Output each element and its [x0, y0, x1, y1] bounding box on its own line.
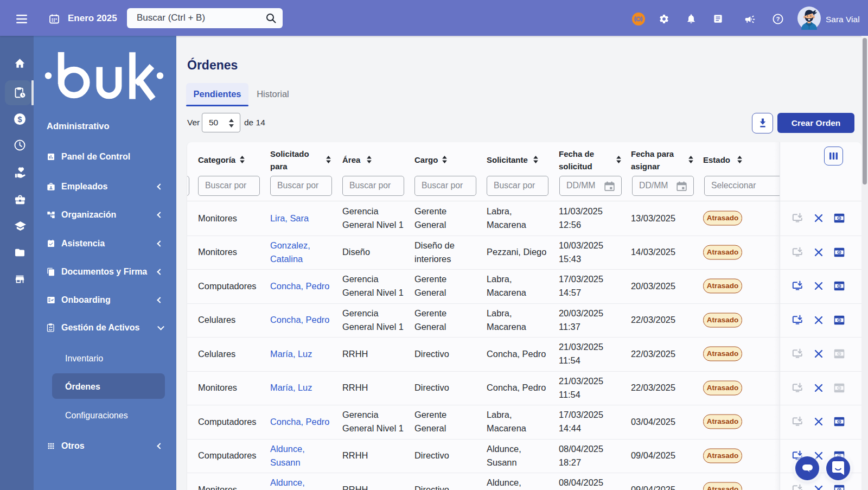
svg-text:?: ?: [776, 16, 780, 22]
svg-text:$: $: [17, 115, 22, 124]
